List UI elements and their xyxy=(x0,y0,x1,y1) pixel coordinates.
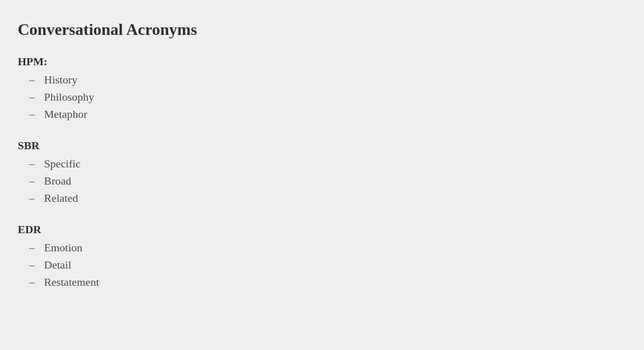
dash-icon: – xyxy=(27,73,37,86)
edr-label: EDR xyxy=(18,223,626,236)
edr-item-3: Restatement xyxy=(44,276,99,289)
dash-icon: – xyxy=(27,174,37,188)
sbr-list: – Specific – Broad – Related xyxy=(18,155,626,207)
dash-icon: – xyxy=(27,241,37,254)
sbr-item-1: Specific xyxy=(44,157,80,170)
sbr-item-2: Broad xyxy=(44,174,71,188)
list-item: – Broad xyxy=(18,172,626,190)
hpm-item-2: Philosophy xyxy=(44,91,94,104)
list-item: – Specific xyxy=(18,155,626,172)
sbr-section: SBR – Specific – Broad – Related xyxy=(18,139,626,207)
sbr-label: SBR xyxy=(18,139,626,152)
list-item: – Related xyxy=(18,190,626,207)
hpm-item-3: Metaphor xyxy=(44,108,88,121)
hpm-label: HPM: xyxy=(18,55,626,68)
page-title: Conversational Acronyms xyxy=(18,20,626,39)
list-item: – Detail xyxy=(18,256,626,274)
dash-icon: – xyxy=(27,108,37,121)
edr-item-2: Detail xyxy=(44,258,71,272)
hpm-section: HPM: – History – Philosophy – Metaphor xyxy=(18,55,626,123)
edr-section: EDR – Emotion – Detail – Restatement xyxy=(18,223,626,291)
list-item: – Emotion xyxy=(18,239,626,256)
list-item: – Philosophy xyxy=(18,89,626,106)
list-item: – Restatement xyxy=(18,274,626,291)
hpm-list: – History – Philosophy – Metaphor xyxy=(18,71,626,123)
dash-icon: – xyxy=(27,157,37,170)
sbr-item-3: Related xyxy=(44,192,78,205)
dash-icon: – xyxy=(27,258,37,272)
content-area: HPM: – History – Philosophy – Metaphor S… xyxy=(18,55,626,291)
dash-icon: – xyxy=(27,91,37,104)
list-item: – Metaphor xyxy=(18,106,626,123)
dash-icon: – xyxy=(27,276,37,289)
edr-item-1: Emotion xyxy=(44,241,83,254)
dash-icon: – xyxy=(27,192,37,205)
edr-list: – Emotion – Detail – Restatement xyxy=(18,239,626,291)
list-item: – History xyxy=(18,71,626,89)
hpm-item-1: History xyxy=(44,73,77,86)
